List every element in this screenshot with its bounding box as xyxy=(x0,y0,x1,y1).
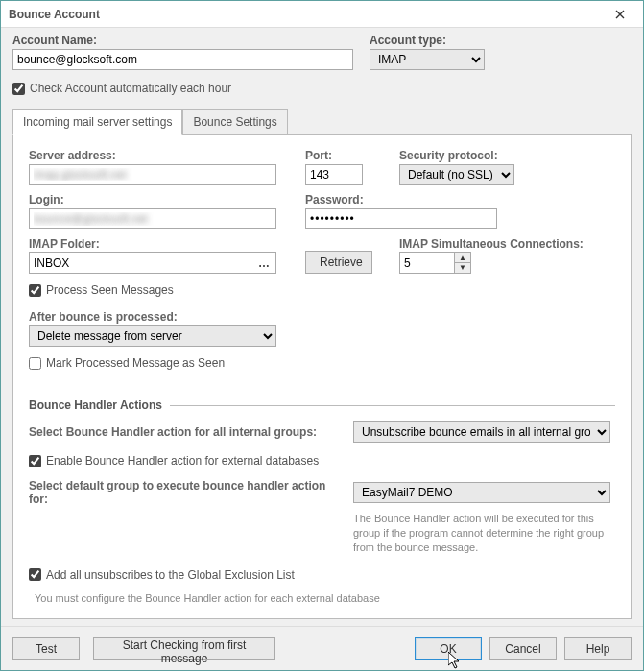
start-checking-button[interactable]: Start Checking from first message xyxy=(93,637,275,660)
tab-container: Incoming mail server settings Bounce Set… xyxy=(12,108,632,619)
auto-check-label: Check Account automatically each hour xyxy=(30,82,231,95)
internal-action-label: Select Bounce Handler action for all int… xyxy=(29,425,346,439)
close-button[interactable] xyxy=(605,4,635,25)
help-button[interactable]: Help xyxy=(564,637,632,660)
after-bounce-select[interactable]: Delete message from server xyxy=(29,325,276,347)
tab-bounce-settings[interactable]: Bounce Settings xyxy=(182,109,287,135)
tab-incoming[interactable]: Incoming mail server settings xyxy=(12,109,182,135)
test-button[interactable]: Test xyxy=(12,637,80,660)
password-label: Password: xyxy=(305,193,516,206)
process-seen-checkbox[interactable]: Process Seen Messages xyxy=(29,283,615,297)
security-select[interactable]: Default (no SSL) xyxy=(399,164,514,185)
top-row: Account Name: Account type: IMAP xyxy=(12,34,632,70)
imap-folder-input[interactable] xyxy=(29,252,276,274)
global-exclusion-label: Add all unsubscribes to the Global Exclu… xyxy=(46,568,295,582)
content-area: Account Name: Account type: IMAP Check A… xyxy=(1,28,643,629)
tabbar: Incoming mail server settings Bounce Set… xyxy=(12,108,632,134)
default-group-label: Select default group to execute bounce h… xyxy=(29,479,346,506)
bottom-bar: Test Start Checking from first message O… xyxy=(1,626,643,670)
imap-conn-input[interactable] xyxy=(399,252,455,274)
server-address-label: Server address: xyxy=(29,149,298,162)
mark-processed-input[interactable] xyxy=(29,357,41,370)
enable-external-input[interactable] xyxy=(29,455,41,467)
spinner-arrows[interactable]: ▲ ▼ xyxy=(455,252,471,274)
titlebar: Bounce Account xyxy=(1,1,643,28)
enable-external-label: Enable Bounce Handler action for externa… xyxy=(46,454,319,467)
close-icon xyxy=(615,10,625,19)
section-divider: Bounce Handler Actions xyxy=(29,398,615,412)
account-type-label: Account type: xyxy=(370,34,504,47)
mark-processed-label: Mark Processed Message as Seen xyxy=(46,356,225,370)
port-label: Port: xyxy=(305,149,392,162)
imap-conn-label: IMAP Simultaneous Connections: xyxy=(399,237,630,251)
imap-conn-spinner[interactable]: ▲ ▼ xyxy=(399,252,630,274)
process-seen-label: Process Seen Messages xyxy=(46,283,174,297)
default-group-select[interactable]: EasyMail7 DEMO xyxy=(353,482,610,503)
password-input[interactable] xyxy=(305,208,497,229)
retrieve-button[interactable]: Retrieve xyxy=(305,251,372,274)
port-input[interactable] xyxy=(305,164,363,185)
footer-note: You must configure the Bounce Handler ac… xyxy=(35,591,615,606)
window-title: Bounce Account xyxy=(9,8,605,21)
global-exclusion-checkbox[interactable]: Add all unsubscribes to the Global Exclu… xyxy=(29,568,615,582)
ok-button[interactable]: OK xyxy=(415,637,482,660)
enable-external-checkbox[interactable]: Enable Bounce Handler action for externa… xyxy=(29,454,615,467)
account-type-select[interactable]: IMAP xyxy=(370,49,485,70)
auto-check-checkbox[interactable]: Check Account automatically each hour xyxy=(12,82,632,95)
global-exclusion-input[interactable] xyxy=(29,568,41,581)
section-title: Bounce Handler Actions xyxy=(29,398,162,412)
login-input[interactable] xyxy=(29,208,276,229)
account-name-input[interactable] xyxy=(12,49,353,70)
cancel-button[interactable]: Cancel xyxy=(489,637,557,660)
chevron-down-icon[interactable]: ▼ xyxy=(455,263,470,273)
tab-panel-incoming: Server address: Port: Security protocol:… xyxy=(12,134,632,619)
chevron-up-icon[interactable]: ▲ xyxy=(455,253,470,263)
process-seen-input[interactable] xyxy=(29,284,41,297)
ellipsis-icon[interactable]: … xyxy=(258,252,271,274)
default-group-note: The Bounce Handler action will be execut… xyxy=(353,512,614,555)
internal-action-select[interactable]: Unsubscribe bounce emails in all interna… xyxy=(353,421,610,443)
mark-processed-checkbox[interactable]: Mark Processed Message as Seen xyxy=(29,356,615,370)
server-address-input[interactable] xyxy=(29,164,276,185)
account-name-label: Account Name: xyxy=(12,34,358,47)
auto-check-input[interactable] xyxy=(12,83,25,95)
security-label: Security protocol: xyxy=(399,149,543,162)
after-bounce-label: After bounce is processed: xyxy=(29,310,615,324)
login-label: Login: xyxy=(29,193,298,206)
imap-folder-label: IMAP Folder: xyxy=(29,237,298,251)
